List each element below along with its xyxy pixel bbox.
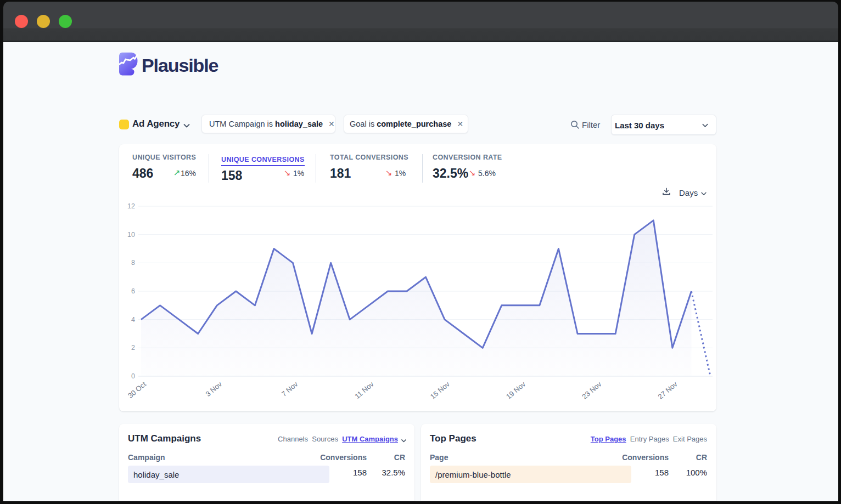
svg-text:19 Nov: 19 Nov [504,380,528,400]
svg-text:0: 0 [131,372,135,380]
svg-text:23 Nov: 23 Nov [580,380,603,400]
svg-text:12: 12 [127,202,135,210]
svg-text:6: 6 [131,287,135,295]
svg-text:30 Oct: 30 Oct [126,380,148,400]
svg-text:11 Nov: 11 Nov [353,380,375,400]
svg-text:2: 2 [131,344,135,352]
svg-text:8: 8 [131,259,135,267]
svg-text:3 Nov: 3 Nov [204,380,224,398]
svg-text:10: 10 [127,231,135,239]
svg-text:15 Nov: 15 Nov [429,380,452,400]
svg-text:27 Nov: 27 Nov [657,380,680,400]
svg-text:4: 4 [131,316,135,324]
svg-text:7 Nov: 7 Nov [280,380,300,398]
